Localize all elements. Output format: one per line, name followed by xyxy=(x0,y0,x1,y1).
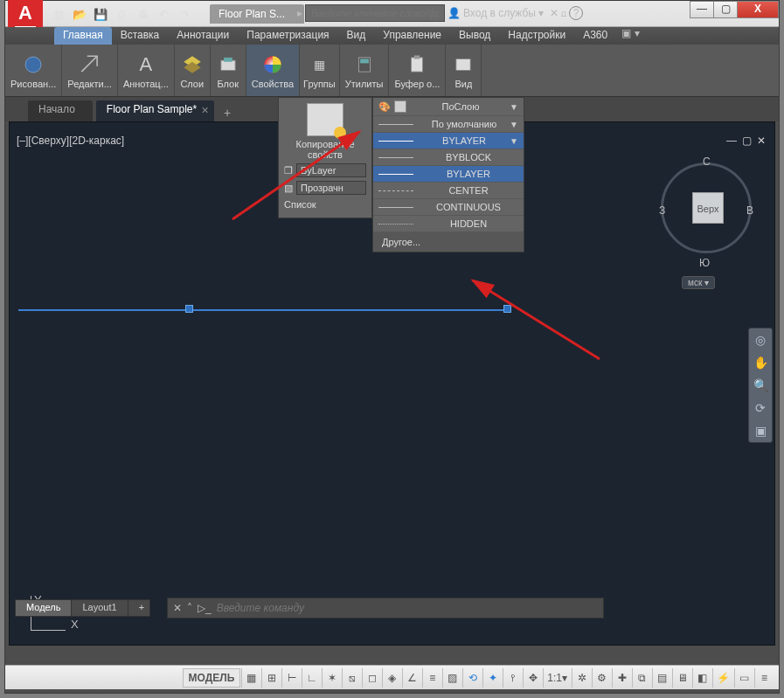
layer-select[interactable]: ByLayer xyxy=(296,163,366,177)
file-tab-add[interactable]: + xyxy=(218,104,237,121)
ribbon-annotation[interactable]: A Аннотац... xyxy=(118,45,175,96)
ribbon-properties[interactable]: Свойства xyxy=(246,45,300,96)
annoscale-icon[interactable]: 1:1 ▾ xyxy=(543,668,571,688)
ribbon-utilities[interactable]: Утилиты xyxy=(340,45,390,96)
signin-chevron-icon[interactable]: ▾ xyxy=(538,7,544,19)
vp-minimize-icon[interactable]: — xyxy=(726,135,737,147)
close-icon[interactable]: ✕ xyxy=(201,105,209,116)
tab-home[interactable]: Главная xyxy=(54,27,112,45)
transparency-row[interactable]: ▧ Прозрачн xyxy=(279,179,371,197)
color-select[interactable]: 🎨 ПоСлою ▼ xyxy=(373,98,524,116)
file-tab-start[interactable]: Начало xyxy=(28,100,93,121)
3dosnap-icon[interactable]: ◈ xyxy=(382,668,401,688)
grip-handle[interactable] xyxy=(185,305,193,313)
lineweight-select[interactable]: По умолчанию ▼ xyxy=(373,116,524,133)
viewcube-north[interactable]: С xyxy=(703,155,711,168)
annomon-icon[interactable]: ✚ xyxy=(612,668,631,688)
workspace-icon[interactable]: ⚙ xyxy=(592,668,611,688)
signin-label[interactable]: Вход в службы xyxy=(463,7,536,19)
tab-a360[interactable]: A360 xyxy=(574,27,616,45)
orbit-icon[interactable]: ⟳ xyxy=(749,397,772,419)
linetype-option[interactable]: HIDDEN xyxy=(373,216,524,232)
tab-parametric[interactable]: Параметризация xyxy=(238,27,337,45)
linetype-option[interactable]: CENTER xyxy=(373,183,524,199)
ribbon-layers[interactable]: Слои xyxy=(175,45,211,96)
close-button[interactable]: X xyxy=(737,1,779,18)
vp-close-icon[interactable]: ✕ xyxy=(757,135,766,147)
wcs-badge[interactable]: мск ▾ xyxy=(682,276,715,289)
lineweight-icon[interactable]: ≡ xyxy=(422,668,441,688)
ribbon-view[interactable]: Вид xyxy=(446,45,482,96)
grid-toggle-icon[interactable]: ▦ xyxy=(241,668,260,688)
modelspace-toggle[interactable]: МОДЕЛЬ xyxy=(183,668,241,688)
command-input[interactable] xyxy=(217,602,598,614)
layout-tab-add[interactable]: + xyxy=(128,599,150,617)
otrack-icon[interactable]: ∠ xyxy=(402,668,421,688)
viewport-label[interactable]: [–][Сверху][2D-каркас] xyxy=(17,135,124,147)
minimize-button[interactable]: — xyxy=(690,1,714,18)
ribbon-block[interactable]: Блок xyxy=(211,45,246,96)
ribbon-groups[interactable]: ▦ Группы xyxy=(300,45,340,96)
linetype-option[interactable]: BYBLOCK xyxy=(373,149,524,166)
open-icon[interactable]: 📂 xyxy=(70,5,89,24)
print-icon[interactable]: 🖶 xyxy=(133,5,152,24)
units-icon[interactable]: ⧉ xyxy=(632,668,651,688)
tab-overflow-icon[interactable]: ▣ ▾ xyxy=(621,27,639,45)
selection-cycling-icon[interactable]: ⟲ xyxy=(462,668,482,688)
customize-icon[interactable]: ≡ xyxy=(754,668,774,688)
file-tab-document[interactable]: Floor Plan Sample* ✕ xyxy=(96,100,214,121)
dynamic-ucs-icon[interactable]: ✦ xyxy=(482,668,502,688)
cleanscreen-icon[interactable]: ▭ xyxy=(734,668,753,688)
infer-icon[interactable]: ⊢ xyxy=(281,668,301,688)
signin-icon[interactable]: 👤 xyxy=(448,7,461,19)
save-icon[interactable]: 💾 xyxy=(91,5,110,24)
maximize-button[interactable]: ▢ xyxy=(713,1,738,18)
qat-chevron-icon[interactable]: ▸ xyxy=(297,7,302,19)
linetype-option[interactable]: CONTINUOUS xyxy=(373,199,524,216)
cmd-history-icon[interactable]: ˄ xyxy=(187,602,192,614)
lockui-icon[interactable]: 🖥 xyxy=(672,668,691,688)
isolate-icon[interactable]: ◧ xyxy=(692,668,711,688)
cmd-close-icon[interactable]: ✕ xyxy=(173,602,182,614)
transparency-select[interactable]: Прозрачн xyxy=(296,181,366,195)
viewcube-face-top[interactable]: Верх xyxy=(692,192,724,224)
grip-handle[interactable] xyxy=(503,305,511,313)
ribbon-draw[interactable]: Рисован... xyxy=(5,45,62,96)
layer-selector-row[interactable]: ❐ ByLayer xyxy=(279,162,371,179)
match-properties-icon[interactable] xyxy=(307,103,343,136)
snap-toggle-icon[interactable]: ⊞ xyxy=(261,668,281,688)
steering-wheel-icon[interactable]: ◎ xyxy=(749,328,772,351)
zoom-icon[interactable]: 🔍 xyxy=(749,374,772,397)
hardware-accel-icon[interactable]: ⚡ xyxy=(712,668,733,688)
viewcube[interactable]: Верх С Ю В З мск ▾ xyxy=(656,154,760,285)
new-icon[interactable]: ▥ xyxy=(49,5,68,24)
linetype-option[interactable]: BYLAYER xyxy=(373,166,524,183)
tab-view[interactable]: Вид xyxy=(338,27,375,45)
layout-tab-layout1[interactable]: Layout1 xyxy=(71,599,128,617)
drawn-line[interactable] xyxy=(18,309,508,311)
saveas-icon[interactable]: ⎙ xyxy=(112,5,131,24)
tab-output[interactable]: Вывод xyxy=(450,27,499,45)
tab-annotate[interactable]: Аннотации xyxy=(168,27,238,45)
osnap-icon[interactable]: ◻ xyxy=(362,668,381,688)
undo-icon[interactable]: ↶ xyxy=(154,5,173,24)
gizmo-icon[interactable]: ✥ xyxy=(523,668,542,688)
linetype-other[interactable]: Другое... xyxy=(373,232,524,252)
tab-addins[interactable]: Надстройки xyxy=(499,27,574,45)
redo-icon[interactable]: ↷ xyxy=(175,5,194,24)
vp-maximize-icon[interactable]: ▢ xyxy=(742,135,752,147)
viewcube-west[interactable]: З xyxy=(659,204,665,217)
selection-filter-icon[interactable]: ⫯ xyxy=(503,668,522,688)
polar-icon[interactable]: ✶ xyxy=(322,668,341,688)
annovis-icon[interactable]: ✲ xyxy=(572,668,591,688)
help-icon[interactable]: ? xyxy=(569,6,583,20)
ribbon-modify[interactable]: Редакти... xyxy=(62,45,118,96)
exchange-icon[interactable]: ✕ xyxy=(550,7,559,19)
search-input[interactable] xyxy=(305,4,445,22)
a360-icon[interactable]: ⩍ xyxy=(561,7,566,19)
transparency-icon[interactable]: ▨ xyxy=(442,668,461,688)
command-line[interactable]: ✕ ˄ ▷_ xyxy=(167,598,604,619)
tab-insert[interactable]: Вставка xyxy=(112,27,169,45)
linetype-select-current[interactable]: BYLAYER ▼ xyxy=(373,133,524,149)
viewcube-south[interactable]: Ю xyxy=(699,257,710,269)
